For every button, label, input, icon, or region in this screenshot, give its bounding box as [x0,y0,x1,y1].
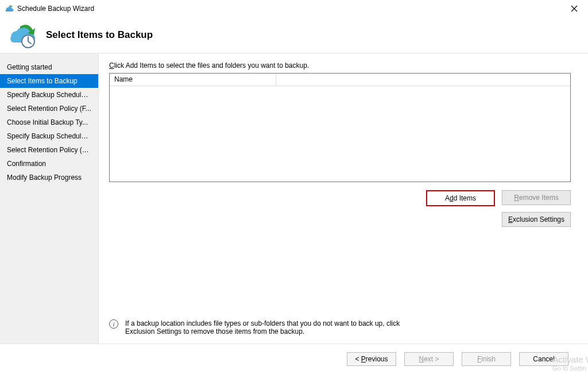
sidebar-item-specify-schedule-2[interactable]: Specify Backup Schedule ... [0,129,98,143]
exclusion-settings-button[interactable]: Exclusion Settings [502,212,571,227]
title-bar: Schedule Backup Wizard [0,0,588,17]
wizard-footer: < Previous Next > Finish Cancel Activate… [0,344,588,374]
info-row: i If a backup location includes file typ… [109,319,408,336]
sidebar-item-modify-progress[interactable]: Modify Backup Progress [0,171,98,184]
close-button[interactable] [565,0,583,17]
finish-button: Finish [462,352,511,366]
instruction-text: Click Add Items to select the files and … [109,61,571,70]
wizard-backup-icon [6,19,38,51]
column-header-name[interactable]: Name [110,74,276,86]
wizard-steps-sidebar: Getting started Select Items to Backup S… [0,53,99,344]
add-items-button[interactable]: Add Items [426,190,495,206]
sidebar-item-retention-f[interactable]: Select Retention Policy (F... [0,102,98,115]
info-text: If a backup location includes file types… [125,319,408,336]
next-button: Next > [404,352,454,366]
items-listbox[interactable]: Name [109,73,571,182]
sidebar-item-select-items[interactable]: Select Items to Backup [0,74,98,88]
item-buttons-row: Add Items Remove Items [109,190,571,206]
info-icon: i [109,319,118,329]
main-panel: Click Add Items to select the files and … [99,53,588,344]
exclusion-row: Exclusion Settings [109,212,571,227]
sidebar-item-confirmation[interactable]: Confirmation [0,157,98,171]
sidebar-item-initial-backup-type[interactable]: Choose Initial Backup Ty... [0,115,98,129]
window-title: Schedule Backup Wizard [17,5,94,13]
body: Getting started Select Items to Backup S… [0,53,588,344]
header: Select Items to Backup [0,17,588,53]
sidebar-item-getting-started[interactable]: Getting started [0,60,98,74]
cancel-button[interactable]: Cancel [519,352,568,366]
sidebar-item-retention-s[interactable]: Select Retention Policy (S... [0,143,98,157]
column-header-spacer [276,74,570,86]
app-icon [5,4,14,13]
sidebar-item-specify-schedule-1[interactable]: Specify Backup Schedule ... [0,88,98,102]
instruction-rest: lick Add Items to select the files and f… [114,61,310,70]
remove-items-button: Remove Items [502,190,571,205]
list-header: Name [110,74,570,86]
previous-button[interactable]: < Previous [347,352,396,366]
page-title: Select Items to Backup [46,29,153,41]
